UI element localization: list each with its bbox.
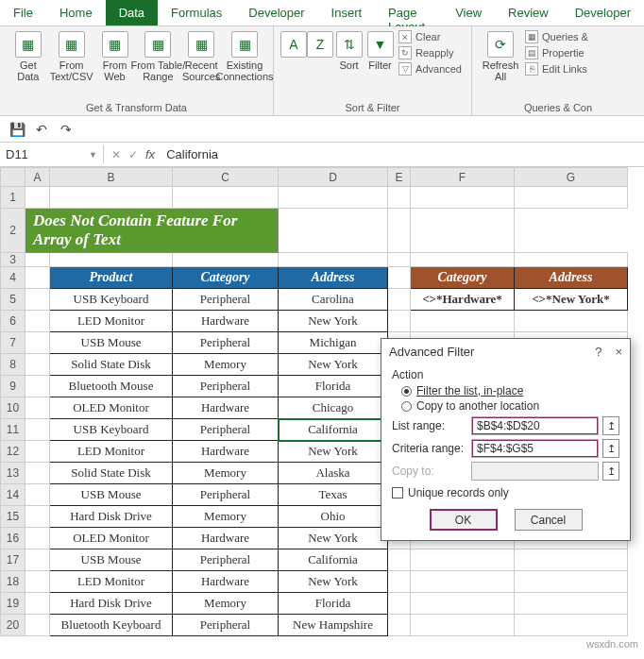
cell-B9[interactable]: Bluetooth Mouse — [50, 376, 173, 397]
cell-B10[interactable]: OLED Monitor — [50, 397, 173, 419]
cell-F2[interactable] — [388, 209, 411, 253]
row-header-14[interactable]: 14 — [1, 484, 25, 506]
column-header-E[interactable]: E — [388, 168, 411, 187]
cell-F17[interactable] — [411, 549, 515, 571]
unique-records-checkbox[interactable]: Unique records only — [392, 486, 619, 499]
list-range-input[interactable]: $B$4:$D$20 — [471, 416, 599, 435]
tab-formulas[interactable]: Formulas — [158, 0, 235, 25]
cell-E1[interactable] — [388, 187, 411, 209]
cell-G1[interactable] — [515, 187, 628, 209]
cell-C8[interactable]: Memory — [173, 354, 279, 376]
cell-A8[interactable] — [25, 354, 50, 376]
tab-developer[interactable]: Developer — [235, 0, 317, 25]
cell-D18[interactable]: New York — [279, 571, 388, 593]
row-header-12[interactable]: 12 — [1, 441, 25, 463]
cell-A1[interactable] — [25, 187, 50, 209]
column-header-A[interactable]: A — [25, 168, 50, 187]
row-header-13[interactable]: 13 — [1, 463, 25, 484]
row-header-4[interactable]: 4 — [1, 267, 25, 289]
cell-A10[interactable] — [25, 397, 50, 419]
cell-C4[interactable]: Category — [173, 267, 279, 289]
cell-B4[interactable]: Product — [50, 267, 173, 289]
tab-insert[interactable]: Insert — [318, 0, 376, 25]
cell-G6[interactable] — [515, 311, 628, 332]
cell-D8[interactable]: New York — [279, 354, 388, 376]
cell-A14[interactable] — [25, 484, 50, 506]
cell-D7[interactable]: Michigan — [279, 332, 388, 354]
cell-C13[interactable]: Memory — [173, 463, 279, 484]
dialog-close-button[interactable]: × — [615, 345, 622, 359]
dialog-help-button[interactable]: ? — [595, 345, 602, 359]
cell-C5[interactable]: Peripheral — [173, 289, 279, 311]
cell-D15[interactable]: Ohio — [279, 506, 388, 528]
cell-G17[interactable] — [515, 549, 628, 571]
cell-G19[interactable] — [515, 593, 628, 615]
cell-B14[interactable]: USB Mouse — [50, 484, 173, 506]
cell-C18[interactable]: Hardware — [173, 571, 279, 593]
cell-D16[interactable]: New York — [279, 528, 388, 549]
enter-formula-icon[interactable]: ✓ — [128, 148, 138, 161]
reapply-button[interactable]: ↻Reapply — [397, 45, 464, 60]
cell-C14[interactable]: Peripheral — [173, 484, 279, 506]
cell-E18[interactable] — [388, 571, 411, 593]
cell-A16[interactable] — [25, 528, 50, 549]
queries-connections-button[interactable]: ▦Queries & — [523, 29, 590, 44]
cell-A5[interactable] — [25, 289, 50, 311]
cell-D20[interactable]: New Hampshire — [279, 615, 388, 636]
cell-F4[interactable]: Category — [411, 267, 515, 289]
cell-A12[interactable] — [25, 441, 50, 463]
ok-button[interactable]: OK — [430, 509, 498, 531]
cell-D13[interactable]: Alaska — [279, 463, 388, 484]
cell-D10[interactable]: Chicago — [279, 397, 388, 419]
cell-C20[interactable]: Peripheral — [173, 615, 279, 636]
column-header-G[interactable]: G — [515, 168, 628, 187]
cancel-button[interactable]: Cancel — [515, 509, 583, 531]
fx-icon[interactable]: fx — [145, 147, 161, 161]
from-web-button[interactable]: ▦From Web — [94, 29, 136, 84]
row-header-17[interactable]: 17 — [1, 549, 25, 571]
criteria-range-input[interactable]: $F$4:$G$5 — [471, 439, 599, 458]
row-header-10[interactable]: 10 — [1, 397, 25, 419]
cell-A7[interactable] — [25, 332, 50, 354]
sort-button[interactable]: ⇅Sort — [334, 29, 364, 73]
cell-G3[interactable] — [515, 253, 628, 267]
row-header-1[interactable]: 1 — [1, 187, 25, 209]
row-header-6[interactable]: 6 — [1, 311, 25, 332]
tab-file[interactable]: File — [0, 0, 46, 25]
get-data-button[interactable]: ▦Get Data — [8, 29, 49, 84]
radio-filter-in-place[interactable]: Filter the list, in-place — [401, 384, 619, 397]
cancel-formula-icon[interactable]: ✕ — [111, 148, 121, 161]
cell-E19[interactable] — [388, 593, 411, 615]
cell-C6[interactable]: Hardware — [173, 311, 279, 332]
cell-D11[interactable]: California — [279, 419, 388, 441]
cell-A13[interactable] — [25, 463, 50, 484]
edit-links-button[interactable]: ⎘Edit Links — [523, 61, 590, 76]
row-header-11[interactable]: 11 — [1, 419, 25, 441]
cell-E5[interactable] — [388, 289, 411, 311]
refresh-all-button[interactable]: ⟳Refresh All — [480, 29, 521, 84]
cell-E17[interactable] — [388, 549, 411, 571]
redo-button[interactable]: ↷ — [59, 122, 74, 137]
cell-B7[interactable]: USB Mouse — [50, 332, 173, 354]
cell-A15[interactable] — [25, 506, 50, 528]
range-select-button[interactable]: ↥ — [602, 439, 619, 458]
cell-C19[interactable]: Memory — [173, 593, 279, 615]
cell-B8[interactable]: Solid State Disk — [50, 354, 173, 376]
name-box[interactable]: D11 ▼ — [0, 145, 104, 163]
cell-B1[interactable] — [50, 187, 173, 209]
cell-D1[interactable] — [279, 187, 388, 209]
cell-G4[interactable]: Address — [515, 267, 628, 289]
cell-A11[interactable] — [25, 419, 50, 441]
column-header-D[interactable]: D — [279, 168, 388, 187]
row-header-2[interactable]: 2 — [1, 209, 25, 253]
cell-F3[interactable] — [411, 253, 515, 267]
row-header-5[interactable]: 5 — [1, 289, 25, 311]
name-box-dropdown-icon[interactable]: ▼ — [89, 150, 97, 160]
cell-A3[interactable] — [25, 253, 50, 267]
cell-C9[interactable]: Peripheral — [173, 376, 279, 397]
cell-C7[interactable]: Peripheral — [173, 332, 279, 354]
cell-D9[interactable]: Florida — [279, 376, 388, 397]
cell-D14[interactable]: Texas — [279, 484, 388, 506]
cell-A19[interactable] — [25, 593, 50, 615]
tab-home[interactable]: Home — [46, 0, 106, 25]
